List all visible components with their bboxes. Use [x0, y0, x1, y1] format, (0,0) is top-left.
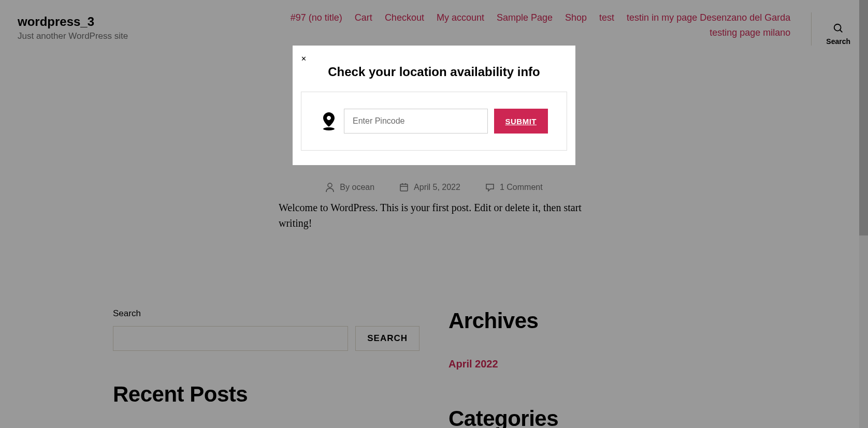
location-modal: ✕ Check your location availability info …	[293, 46, 575, 165]
svg-point-7	[323, 127, 335, 130]
close-icon[interactable]: ✕	[301, 55, 307, 63]
modal-title: Check your location availability info	[301, 65, 567, 79]
submit-button[interactable]: SUBMIT	[494, 109, 548, 134]
pincode-input[interactable]	[344, 109, 488, 134]
modal-body: SUBMIT	[301, 92, 567, 151]
location-pin-icon	[320, 111, 338, 131]
